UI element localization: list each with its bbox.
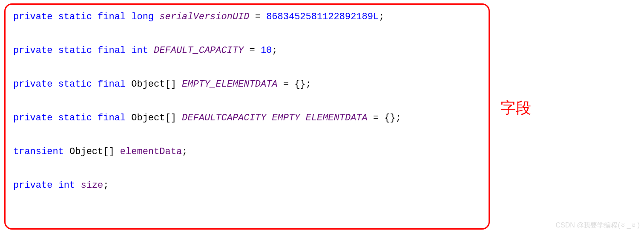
field-size: size bbox=[80, 180, 103, 191]
code-line-3: private static final Object[] EMPTY_ELEM… bbox=[13, 77, 481, 91]
field-empty-elementdata: EMPTY_ELEMENTDATA bbox=[182, 79, 277, 90]
code-block: private static final long serialVersionU… bbox=[4, 3, 490, 230]
keyword-final: final bbox=[98, 45, 126, 56]
code-line-5: transient Object[] elementData; bbox=[13, 145, 481, 159]
keyword-static: static bbox=[58, 45, 92, 56]
keyword-transient: transient bbox=[13, 146, 64, 157]
type-object-array: Object[] bbox=[131, 79, 176, 90]
semicolon: ; bbox=[182, 146, 187, 157]
watermark: CSDN @我要学编程(ಥ_ಥ) bbox=[555, 220, 640, 230]
annotation-label: 字段 bbox=[500, 96, 531, 119]
keyword-private: private bbox=[13, 12, 52, 22]
code-line-1: private static final long serialVersionU… bbox=[13, 10, 481, 24]
keyword-int: int bbox=[131, 45, 148, 56]
number-literal: 10 bbox=[261, 45, 272, 56]
keyword-long: long bbox=[131, 12, 154, 22]
type-object-array: Object[] bbox=[131, 113, 176, 123]
keyword-final: final bbox=[98, 113, 126, 123]
equals-op: = bbox=[244, 45, 261, 56]
type-object-array: Object[] bbox=[69, 146, 115, 157]
equals-op: = bbox=[250, 12, 267, 22]
semicolon: ; bbox=[103, 180, 109, 191]
initializer: = {}; bbox=[278, 79, 311, 90]
code-line-6: private int size; bbox=[13, 178, 481, 192]
keyword-final: final bbox=[98, 79, 126, 90]
keyword-private: private bbox=[13, 180, 52, 191]
field-defaultcapacity-empty-elementdata: DEFAULTCAPACITY_EMPTY_ELEMENTDATA bbox=[182, 113, 368, 123]
field-default-capacity: DEFAULT_CAPACITY bbox=[154, 45, 244, 56]
keyword-static: static bbox=[58, 113, 92, 123]
keyword-int: int bbox=[58, 180, 75, 191]
keyword-static: static bbox=[58, 12, 92, 22]
semicolon: ; bbox=[272, 45, 277, 56]
keyword-private: private bbox=[13, 45, 52, 56]
keyword-static: static bbox=[58, 79, 92, 90]
code-line-4: private static final Object[] DEFAULTCAP… bbox=[13, 111, 481, 125]
code-line-2: private static final int DEFAULT_CAPACIT… bbox=[13, 44, 481, 58]
field-serialversionuid: serialVersionUID bbox=[159, 12, 249, 22]
field-elementdata: elementData bbox=[120, 146, 182, 157]
number-literal: 8683452581122892189L bbox=[266, 12, 379, 22]
keyword-private: private bbox=[13, 113, 52, 123]
semicolon: ; bbox=[379, 12, 384, 22]
initializer: = {}; bbox=[368, 113, 401, 123]
keyword-final: final bbox=[98, 12, 126, 22]
keyword-private: private bbox=[13, 79, 52, 90]
